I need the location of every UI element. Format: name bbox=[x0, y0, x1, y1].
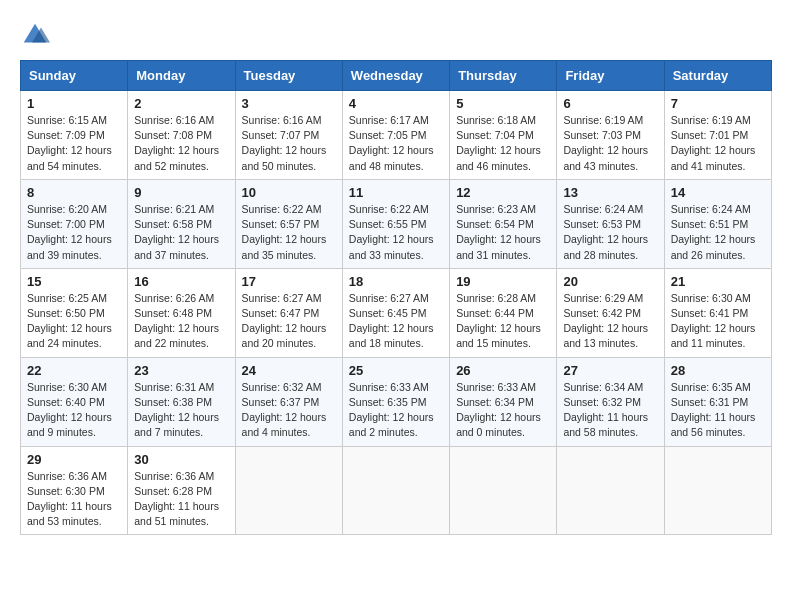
calendar-day-cell: 20Sunrise: 6:29 AM Sunset: 6:42 PM Dayli… bbox=[557, 268, 664, 357]
calendar-week-row: 22Sunrise: 6:30 AM Sunset: 6:40 PM Dayli… bbox=[21, 357, 772, 446]
day-info: Sunrise: 6:36 AM Sunset: 6:30 PM Dayligh… bbox=[27, 469, 121, 530]
day-number: 29 bbox=[27, 452, 121, 467]
day-info: Sunrise: 6:27 AM Sunset: 6:47 PM Dayligh… bbox=[242, 291, 336, 352]
day-info: Sunrise: 6:22 AM Sunset: 6:57 PM Dayligh… bbox=[242, 202, 336, 263]
calendar-week-row: 1Sunrise: 6:15 AM Sunset: 7:09 PM Daylig… bbox=[21, 91, 772, 180]
calendar-day-cell: 8Sunrise: 6:20 AM Sunset: 7:00 PM Daylig… bbox=[21, 179, 128, 268]
calendar-day-cell: 12Sunrise: 6:23 AM Sunset: 6:54 PM Dayli… bbox=[450, 179, 557, 268]
weekday-header-saturday: Saturday bbox=[664, 61, 771, 91]
day-number: 24 bbox=[242, 363, 336, 378]
calendar-day-cell bbox=[235, 446, 342, 535]
day-info: Sunrise: 6:20 AM Sunset: 7:00 PM Dayligh… bbox=[27, 202, 121, 263]
calendar-day-cell bbox=[664, 446, 771, 535]
calendar-day-cell: 19Sunrise: 6:28 AM Sunset: 6:44 PM Dayli… bbox=[450, 268, 557, 357]
day-info: Sunrise: 6:19 AM Sunset: 7:01 PM Dayligh… bbox=[671, 113, 765, 174]
day-number: 7 bbox=[671, 96, 765, 111]
calendar-day-cell: 30Sunrise: 6:36 AM Sunset: 6:28 PM Dayli… bbox=[128, 446, 235, 535]
calendar-day-cell: 17Sunrise: 6:27 AM Sunset: 6:47 PM Dayli… bbox=[235, 268, 342, 357]
day-number: 13 bbox=[563, 185, 657, 200]
day-number: 19 bbox=[456, 274, 550, 289]
calendar-day-cell: 1Sunrise: 6:15 AM Sunset: 7:09 PM Daylig… bbox=[21, 91, 128, 180]
weekday-header-thursday: Thursday bbox=[450, 61, 557, 91]
calendar-day-cell: 24Sunrise: 6:32 AM Sunset: 6:37 PM Dayli… bbox=[235, 357, 342, 446]
calendar-day-cell: 16Sunrise: 6:26 AM Sunset: 6:48 PM Dayli… bbox=[128, 268, 235, 357]
logo-icon bbox=[20, 20, 50, 50]
day-info: Sunrise: 6:36 AM Sunset: 6:28 PM Dayligh… bbox=[134, 469, 228, 530]
day-info: Sunrise: 6:25 AM Sunset: 6:50 PM Dayligh… bbox=[27, 291, 121, 352]
day-number: 9 bbox=[134, 185, 228, 200]
day-info: Sunrise: 6:16 AM Sunset: 7:08 PM Dayligh… bbox=[134, 113, 228, 174]
day-number: 28 bbox=[671, 363, 765, 378]
calendar-day-cell: 9Sunrise: 6:21 AM Sunset: 6:58 PM Daylig… bbox=[128, 179, 235, 268]
calendar-day-cell: 6Sunrise: 6:19 AM Sunset: 7:03 PM Daylig… bbox=[557, 91, 664, 180]
calendar-table: SundayMondayTuesdayWednesdayThursdayFrid… bbox=[20, 60, 772, 535]
day-number: 6 bbox=[563, 96, 657, 111]
calendar-day-cell: 3Sunrise: 6:16 AM Sunset: 7:07 PM Daylig… bbox=[235, 91, 342, 180]
day-info: Sunrise: 6:28 AM Sunset: 6:44 PM Dayligh… bbox=[456, 291, 550, 352]
day-info: Sunrise: 6:33 AM Sunset: 6:35 PM Dayligh… bbox=[349, 380, 443, 441]
day-info: Sunrise: 6:23 AM Sunset: 6:54 PM Dayligh… bbox=[456, 202, 550, 263]
calendar-day-cell: 13Sunrise: 6:24 AM Sunset: 6:53 PM Dayli… bbox=[557, 179, 664, 268]
day-number: 18 bbox=[349, 274, 443, 289]
day-info: Sunrise: 6:24 AM Sunset: 6:53 PM Dayligh… bbox=[563, 202, 657, 263]
day-info: Sunrise: 6:31 AM Sunset: 6:38 PM Dayligh… bbox=[134, 380, 228, 441]
day-number: 15 bbox=[27, 274, 121, 289]
day-number: 8 bbox=[27, 185, 121, 200]
day-info: Sunrise: 6:33 AM Sunset: 6:34 PM Dayligh… bbox=[456, 380, 550, 441]
calendar-day-cell: 14Sunrise: 6:24 AM Sunset: 6:51 PM Dayli… bbox=[664, 179, 771, 268]
day-number: 27 bbox=[563, 363, 657, 378]
day-number: 30 bbox=[134, 452, 228, 467]
calendar-day-cell: 5Sunrise: 6:18 AM Sunset: 7:04 PM Daylig… bbox=[450, 91, 557, 180]
calendar-day-cell: 28Sunrise: 6:35 AM Sunset: 6:31 PM Dayli… bbox=[664, 357, 771, 446]
weekday-header-friday: Friday bbox=[557, 61, 664, 91]
weekday-header-tuesday: Tuesday bbox=[235, 61, 342, 91]
day-info: Sunrise: 6:21 AM Sunset: 6:58 PM Dayligh… bbox=[134, 202, 228, 263]
calendar-day-cell: 2Sunrise: 6:16 AM Sunset: 7:08 PM Daylig… bbox=[128, 91, 235, 180]
day-info: Sunrise: 6:16 AM Sunset: 7:07 PM Dayligh… bbox=[242, 113, 336, 174]
day-number: 14 bbox=[671, 185, 765, 200]
calendar-day-cell: 27Sunrise: 6:34 AM Sunset: 6:32 PM Dayli… bbox=[557, 357, 664, 446]
weekday-header-wednesday: Wednesday bbox=[342, 61, 449, 91]
day-info: Sunrise: 6:19 AM Sunset: 7:03 PM Dayligh… bbox=[563, 113, 657, 174]
day-number: 23 bbox=[134, 363, 228, 378]
calendar-day-cell: 15Sunrise: 6:25 AM Sunset: 6:50 PM Dayli… bbox=[21, 268, 128, 357]
day-info: Sunrise: 6:35 AM Sunset: 6:31 PM Dayligh… bbox=[671, 380, 765, 441]
day-info: Sunrise: 6:26 AM Sunset: 6:48 PM Dayligh… bbox=[134, 291, 228, 352]
calendar-day-cell: 4Sunrise: 6:17 AM Sunset: 7:05 PM Daylig… bbox=[342, 91, 449, 180]
day-number: 10 bbox=[242, 185, 336, 200]
day-number: 2 bbox=[134, 96, 228, 111]
day-info: Sunrise: 6:32 AM Sunset: 6:37 PM Dayligh… bbox=[242, 380, 336, 441]
calendar-day-cell: 25Sunrise: 6:33 AM Sunset: 6:35 PM Dayli… bbox=[342, 357, 449, 446]
day-info: Sunrise: 6:30 AM Sunset: 6:41 PM Dayligh… bbox=[671, 291, 765, 352]
calendar-header-row: SundayMondayTuesdayWednesdayThursdayFrid… bbox=[21, 61, 772, 91]
day-number: 26 bbox=[456, 363, 550, 378]
day-info: Sunrise: 6:27 AM Sunset: 6:45 PM Dayligh… bbox=[349, 291, 443, 352]
day-number: 12 bbox=[456, 185, 550, 200]
calendar-week-row: 29Sunrise: 6:36 AM Sunset: 6:30 PM Dayli… bbox=[21, 446, 772, 535]
day-number: 25 bbox=[349, 363, 443, 378]
day-info: Sunrise: 6:22 AM Sunset: 6:55 PM Dayligh… bbox=[349, 202, 443, 263]
calendar-day-cell: 11Sunrise: 6:22 AM Sunset: 6:55 PM Dayli… bbox=[342, 179, 449, 268]
calendar-day-cell: 26Sunrise: 6:33 AM Sunset: 6:34 PM Dayli… bbox=[450, 357, 557, 446]
calendar-day-cell: 21Sunrise: 6:30 AM Sunset: 6:41 PM Dayli… bbox=[664, 268, 771, 357]
calendar-week-row: 15Sunrise: 6:25 AM Sunset: 6:50 PM Dayli… bbox=[21, 268, 772, 357]
day-info: Sunrise: 6:34 AM Sunset: 6:32 PM Dayligh… bbox=[563, 380, 657, 441]
day-number: 3 bbox=[242, 96, 336, 111]
calendar-day-cell: 7Sunrise: 6:19 AM Sunset: 7:01 PM Daylig… bbox=[664, 91, 771, 180]
calendar-day-cell bbox=[450, 446, 557, 535]
day-info: Sunrise: 6:30 AM Sunset: 6:40 PM Dayligh… bbox=[27, 380, 121, 441]
day-info: Sunrise: 6:17 AM Sunset: 7:05 PM Dayligh… bbox=[349, 113, 443, 174]
calendar-day-cell: 18Sunrise: 6:27 AM Sunset: 6:45 PM Dayli… bbox=[342, 268, 449, 357]
day-number: 5 bbox=[456, 96, 550, 111]
day-number: 16 bbox=[134, 274, 228, 289]
day-info: Sunrise: 6:18 AM Sunset: 7:04 PM Dayligh… bbox=[456, 113, 550, 174]
day-number: 1 bbox=[27, 96, 121, 111]
day-info: Sunrise: 6:15 AM Sunset: 7:09 PM Dayligh… bbox=[27, 113, 121, 174]
calendar-day-cell: 29Sunrise: 6:36 AM Sunset: 6:30 PM Dayli… bbox=[21, 446, 128, 535]
day-info: Sunrise: 6:29 AM Sunset: 6:42 PM Dayligh… bbox=[563, 291, 657, 352]
day-number: 22 bbox=[27, 363, 121, 378]
day-number: 4 bbox=[349, 96, 443, 111]
calendar-day-cell bbox=[557, 446, 664, 535]
logo bbox=[20, 20, 54, 50]
calendar-day-cell: 10Sunrise: 6:22 AM Sunset: 6:57 PM Dayli… bbox=[235, 179, 342, 268]
